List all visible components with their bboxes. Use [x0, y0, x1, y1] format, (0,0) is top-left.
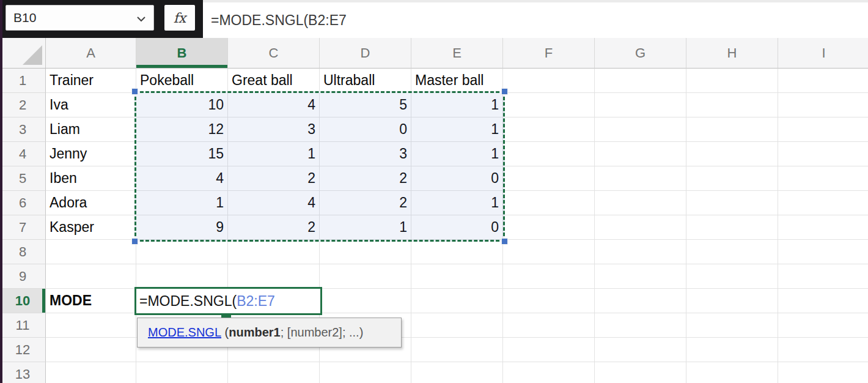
cell-I9[interactable] [778, 264, 868, 289]
cell-C8[interactable] [228, 240, 320, 264]
formula-input[interactable]: =MODE.SNGL(B2:E7 [203, 0, 868, 38]
cell-A9[interactable] [46, 264, 136, 289]
cell-A10[interactable]: MODE [46, 289, 136, 313]
row-header-13[interactable]: 13 [0, 362, 46, 383]
select-all-button[interactable] [0, 38, 46, 69]
selection-handle-bottom-left[interactable] [131, 238, 138, 245]
row-header-6[interactable]: 6 [0, 191, 46, 215]
cell-H3[interactable] [686, 117, 778, 142]
column-header-D[interactable]: D [320, 38, 411, 69]
cell-A7[interactable]: Kasper [46, 215, 136, 240]
column-header-B[interactable]: B [136, 38, 228, 69]
cell-G8[interactable] [595, 240, 686, 264]
column-header-C[interactable]: C [228, 38, 320, 69]
selection-handle-bottom-right[interactable] [501, 238, 508, 245]
column-header-E[interactable]: E [411, 38, 503, 69]
cell-I13[interactable] [778, 362, 868, 383]
cell-G7[interactable] [595, 215, 686, 240]
cell-F10[interactable] [503, 289, 595, 313]
column-header-A[interactable]: A [46, 38, 136, 69]
cell-B13[interactable] [136, 362, 228, 383]
cell-A8[interactable] [46, 240, 136, 264]
insert-function-button[interactable]: fx [164, 5, 195, 31]
tooltip-function-link[interactable]: MODE.SNGL [148, 325, 221, 340]
cell-H11[interactable] [686, 313, 778, 338]
cell-I1[interactable] [778, 69, 868, 93]
cell-G12[interactable] [595, 338, 686, 362]
cell-H5[interactable] [686, 166, 778, 191]
cell-E8[interactable] [411, 240, 503, 264]
cell-I2[interactable] [778, 93, 868, 117]
cell-I12[interactable] [778, 338, 868, 362]
cell-G6[interactable] [595, 191, 686, 215]
cell-G5[interactable] [595, 166, 686, 191]
cell-G3[interactable] [595, 117, 686, 142]
cell-G9[interactable] [595, 264, 686, 289]
cell-F7[interactable] [503, 215, 595, 240]
column-header-H[interactable]: H [686, 38, 778, 69]
cell-I11[interactable] [778, 313, 868, 338]
cell-I6[interactable] [778, 191, 868, 215]
row-header-3[interactable]: 3 [0, 117, 46, 142]
row-header-10[interactable]: 10 [0, 289, 46, 313]
cell-D9[interactable] [320, 264, 411, 289]
cell-H2[interactable] [686, 93, 778, 117]
cell-H13[interactable] [686, 362, 778, 383]
cell-G1[interactable] [595, 69, 686, 93]
cell-H9[interactable] [686, 264, 778, 289]
column-header-F[interactable]: F [503, 38, 595, 69]
cell-G4[interactable] [595, 142, 686, 166]
cell-H8[interactable] [686, 240, 778, 264]
cell-E9[interactable] [411, 264, 503, 289]
row-header-2[interactable]: 2 [0, 93, 46, 117]
cell-B8[interactable] [136, 240, 228, 264]
cell-I7[interactable] [778, 215, 868, 240]
cell-G10[interactable] [595, 289, 686, 313]
cell-A11[interactable] [46, 313, 136, 338]
column-header-I[interactable]: I [778, 38, 868, 69]
cell-E12[interactable] [411, 338, 503, 362]
range-selection[interactable] [134, 91, 505, 242]
row-header-12[interactable]: 12 [0, 338, 46, 362]
cell-D10[interactable] [320, 289, 411, 313]
column-header-G[interactable]: G [595, 38, 686, 69]
cell-C1[interactable]: Great ball [228, 69, 320, 93]
cell-D1[interactable]: Ultraball [320, 69, 411, 93]
cell-F8[interactable] [503, 240, 595, 264]
row-header-1[interactable]: 1 [0, 69, 46, 93]
row-header-8[interactable]: 8 [0, 240, 46, 264]
cell-H10[interactable] [686, 289, 778, 313]
row-header-9[interactable]: 9 [0, 264, 46, 289]
cell-A5[interactable]: Iben [46, 166, 136, 191]
cell-D8[interactable] [320, 240, 411, 264]
active-cell-editor[interactable]: =MODE.SNGL( B2:E7 [134, 287, 322, 315]
cell-E1[interactable]: Master ball [411, 69, 503, 93]
cell-G13[interactable] [595, 362, 686, 383]
cell-F11[interactable] [503, 313, 595, 338]
name-box[interactable]: B10 [6, 5, 154, 31]
row-header-5[interactable]: 5 [0, 166, 46, 191]
cell-E13[interactable] [411, 362, 503, 383]
cell-E11[interactable] [411, 313, 503, 338]
selection-handle-top-right[interactable] [501, 88, 508, 95]
cell-E10[interactable] [411, 289, 503, 313]
cell-I4[interactable] [778, 142, 868, 166]
cell-F4[interactable] [503, 142, 595, 166]
cell-G11[interactable] [595, 313, 686, 338]
cell-H7[interactable] [686, 215, 778, 240]
cell-A13[interactable] [46, 362, 136, 383]
cell-H4[interactable] [686, 142, 778, 166]
cell-B9[interactable] [136, 264, 228, 289]
cell-H1[interactable] [686, 69, 778, 93]
cell-A2[interactable]: Iva [46, 93, 136, 117]
cell-F6[interactable] [503, 191, 595, 215]
cell-I3[interactable] [778, 117, 868, 142]
cell-A1[interactable]: Trainer [46, 69, 136, 93]
cell-A12[interactable] [46, 338, 136, 362]
row-header-7[interactable]: 7 [0, 215, 46, 240]
cell-G2[interactable] [595, 93, 686, 117]
cell-I8[interactable] [778, 240, 868, 264]
cell-C9[interactable] [228, 264, 320, 289]
cell-F1[interactable] [503, 69, 595, 93]
cell-C13[interactable] [228, 362, 320, 383]
